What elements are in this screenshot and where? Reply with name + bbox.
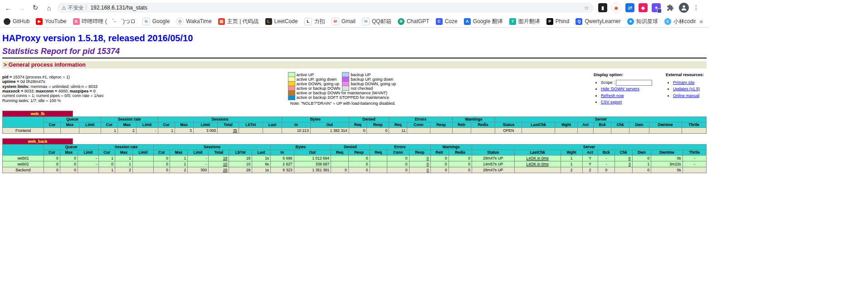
extension-pink-square-icon[interactable]: ◆ bbox=[639, 3, 648, 12]
stat-cell: 10 bbox=[229, 161, 252, 167]
display-option-link[interactable]: CSV export bbox=[601, 100, 622, 104]
column-header: In bbox=[282, 122, 310, 127]
bookmark-item[interactable]: PPhind bbox=[546, 18, 570, 25]
stat-cell: - bbox=[78, 161, 99, 167]
group-header: Bytes bbox=[271, 144, 331, 150]
bookmark-star-icon[interactable]: ☆ bbox=[584, 5, 589, 11]
stat-cell: 28m47s UP bbox=[472, 167, 514, 173]
group-header: Sessions bbox=[158, 117, 282, 122]
security-label: 不安全 bbox=[68, 5, 84, 11]
stat-cell bbox=[649, 127, 682, 133]
menu-kebab-icon[interactable]: ⋮ bbox=[692, 4, 700, 11]
security-warning-icon[interactable]: ⚠ bbox=[62, 5, 66, 11]
bookmark-label: 知识星球 bbox=[636, 18, 658, 25]
profile-avatar[interactable] bbox=[679, 3, 689, 13]
group-header: Warnings bbox=[452, 117, 495, 122]
extension-blue-square-icon[interactable]: ⇄ bbox=[625, 3, 634, 12]
bookmark-label: 小林coding bbox=[673, 18, 696, 25]
column-header: Limit bbox=[133, 150, 154, 155]
stat-cell: 0 bbox=[44, 155, 60, 161]
bookmark-item[interactable]: ▦主页 | 代码战 bbox=[218, 18, 259, 25]
bookmarks-overflow-chevron[interactable]: » bbox=[699, 18, 703, 25]
address-bar[interactable]: ⚠ 不安全 192.168.6.131/ha_stats ☆ bbox=[57, 3, 594, 13]
process-info-line: maxsock = 8033; maxconn = 4000; maxpipes… bbox=[2, 89, 104, 93]
stats-row: Frontend12-133 0003510 2131 382 3140011O… bbox=[3, 127, 707, 133]
haproxy-version-link[interactable]: HAProxy version 1.5.18, released 2016/05… bbox=[2, 33, 193, 43]
extensions-puzzle-icon[interactable] bbox=[665, 3, 675, 13]
bookmark-item[interactable]: LLeetCode bbox=[265, 18, 298, 25]
home-button[interactable]: ⌂ bbox=[44, 2, 54, 13]
legend-label: not checked bbox=[349, 86, 398, 91]
stat-cell: 14m57s UP bbox=[472, 161, 514, 167]
column-header: Resp bbox=[430, 122, 452, 127]
bookmark-label: GitHub bbox=[13, 18, 29, 24]
stat-cell: 0 bbox=[60, 161, 78, 167]
bookmark-label: QwertyLearner bbox=[585, 18, 620, 24]
stat-cell bbox=[78, 167, 99, 173]
group-header: Errors bbox=[389, 117, 452, 122]
legend-swatch bbox=[288, 95, 295, 100]
bookmark-item[interactable]: T图片翻译 bbox=[509, 18, 540, 25]
external-resource-link[interactable]: Updates (v1.5) bbox=[673, 87, 700, 91]
stat-cell bbox=[522, 127, 555, 133]
corner-header bbox=[3, 144, 44, 155]
bookmark-item[interactable]: CCoze bbox=[436, 18, 458, 25]
column-header: Status bbox=[472, 150, 514, 155]
display-option-link[interactable]: Hide 'DOWN' servers bbox=[601, 87, 639, 91]
stat-cell: 0 bbox=[632, 155, 651, 161]
scope-input[interactable] bbox=[616, 80, 652, 86]
qwerty-learner-icon: Q bbox=[575, 18, 582, 25]
legend-label: active DOWN, going up bbox=[295, 82, 342, 86]
stat-cell: 1 bbox=[170, 161, 187, 167]
url-text: 192.168.6.131/ha_stats bbox=[90, 5, 147, 11]
bookmark-item[interactable]: ▶YouTube bbox=[36, 18, 66, 25]
column-header-row: CurMaxLimitCurMaxLimitCurMaxLimitTotalLb… bbox=[3, 150, 707, 155]
group-header: Session rate bbox=[101, 117, 158, 122]
gmail-icon: M bbox=[332, 18, 339, 25]
bookmark-item[interactable]: GitHub bbox=[4, 18, 29, 25]
column-header: Max bbox=[118, 122, 137, 127]
process-info-line: Running tasks: 1/7; idle = 100 % bbox=[2, 98, 104, 103]
legend-swatch bbox=[288, 86, 295, 91]
display-option-link[interactable]: Refresh now bbox=[601, 93, 624, 98]
display-option-item: Hide 'DOWN' servers bbox=[601, 86, 652, 92]
bookmark-item[interactable]: L力扣 bbox=[304, 18, 325, 25]
row-name: web02 bbox=[3, 161, 44, 167]
proxy-name-link[interactable]: web_lb bbox=[31, 112, 45, 116]
row-name: web01 bbox=[3, 155, 44, 161]
underlined-value: 0 bbox=[427, 168, 429, 172]
legend-label: backup UP, going down bbox=[349, 77, 398, 82]
bookmark-item[interactable]: QQwertyLearner bbox=[575, 18, 620, 25]
bookmark-item[interactable]: b哔哩哔哩 ( ゜- ゜)つロ bbox=[73, 18, 136, 25]
stat-cell: 3 bbox=[615, 161, 632, 167]
bookmark-item[interactable]: c小林coding bbox=[664, 18, 696, 25]
bookmark-item[interactable]: GGoogle bbox=[142, 18, 170, 25]
reload-button[interactable]: ↻ bbox=[30, 2, 41, 13]
back-button[interactable]: ← bbox=[3, 2, 14, 13]
stat-cell: 0 bbox=[430, 161, 449, 167]
stat-cell bbox=[629, 127, 649, 133]
external-resource-link[interactable]: Online manual bbox=[673, 93, 699, 98]
forward-button[interactable]: → bbox=[16, 2, 27, 13]
external-resource-link[interactable]: Primary site bbox=[673, 80, 695, 85]
legend-swatch bbox=[342, 77, 349, 82]
wakatime-icon: ◷ bbox=[176, 18, 184, 25]
bookmark-item[interactable]: ✉QQ邮箱 bbox=[362, 18, 391, 25]
stat-cell: 1 bbox=[101, 127, 117, 133]
bookmark-item[interactable]: AGoogle 翻译 bbox=[464, 18, 503, 25]
column-header: Act bbox=[577, 122, 593, 127]
bookmark-item[interactable]: MGmail bbox=[332, 18, 356, 25]
display-option-item: CSV export bbox=[601, 99, 652, 106]
extension-purple-badge-icon[interactable]: ✦ bbox=[652, 3, 661, 12]
bookmark-item[interactable]: ◷WakaTime bbox=[176, 18, 211, 25]
column-header: Cur bbox=[101, 122, 117, 127]
youtube-icon: ▶ bbox=[36, 18, 43, 25]
bookmark-item[interactable]: ✻ChatGPT bbox=[398, 18, 429, 25]
stat-cell: 0 bbox=[387, 155, 409, 161]
extension-dark-panel-icon[interactable]: ▮ bbox=[598, 3, 607, 12]
proxy-name-link[interactable]: web_back bbox=[28, 139, 47, 144]
legend-swatch bbox=[342, 82, 349, 86]
extension-orange-ring-icon[interactable]: ◉ bbox=[611, 3, 621, 13]
stat-cell: 1 bbox=[158, 127, 175, 133]
bookmark-item[interactable]: ★知识星球 bbox=[627, 18, 658, 25]
